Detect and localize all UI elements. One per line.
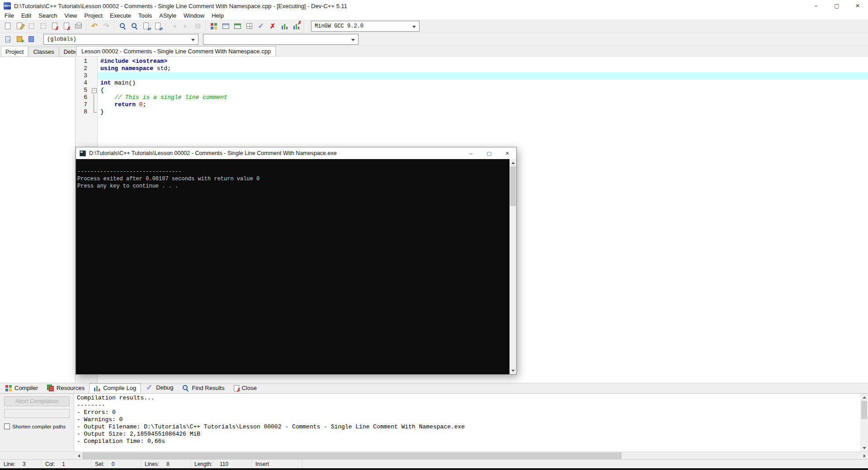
bottom-tab-compiler[interactable]: Compiler — [1, 383, 42, 393]
clean-button[interactable] — [267, 20, 278, 32]
console-scrollbar[interactable] — [509, 159, 516, 374]
line-number: 2 — [75, 65, 91, 72]
print-icon — [75, 24, 82, 28]
replace-button[interactable] — [140, 20, 152, 32]
toolbar-separator — [304, 21, 305, 31]
profile-button[interactable] — [278, 20, 290, 32]
console-title-bar[interactable]: D:\Tutorials\C++ Tutorials\Lesson 00002 … — [76, 147, 516, 159]
syntax-check-button[interactable] — [255, 20, 267, 32]
shorten-paths-row: Shorten compiler paths — [4, 423, 70, 429]
window-minimize-button[interactable]: – — [806, 0, 826, 12]
bottom-tabs: CompilerResourcesCompile LogDebugFind Re… — [0, 383, 868, 393]
bottom-tab-label: Compiler — [14, 385, 38, 391]
run-button[interactable] — [220, 20, 231, 32]
log-vertical-scrollbar[interactable] — [860, 394, 868, 451]
find-button[interactable] — [117, 20, 128, 32]
code-token: { — [100, 87, 104, 94]
profile-icon — [281, 23, 288, 29]
close-file-icon — [52, 23, 57, 29]
menu-project[interactable]: Project — [81, 12, 106, 19]
sidebar: ProjectClassesDebug — [0, 46, 75, 383]
insert-button[interactable] — [2, 33, 14, 45]
close-file-button[interactable] — [49, 20, 61, 32]
bottom-tab-resources[interactable]: Resources — [42, 383, 89, 393]
toggle-bookmark-button[interactable] — [14, 33, 25, 45]
code-line: 2using namespace std; — [75, 65, 868, 72]
menu-view[interactable]: View — [61, 12, 81, 19]
sidebar-tab-classes[interactable]: Classes — [28, 47, 58, 56]
scroll-up-icon[interactable] — [860, 394, 868, 400]
menu-edit[interactable]: Edit — [18, 12, 35, 19]
menu-astyle[interactable]: AStyle — [156, 12, 180, 19]
scroll-left-icon[interactable] — [75, 452, 82, 460]
scroll-up-icon[interactable] — [509, 159, 516, 166]
globals-select[interactable]: (globals) — [43, 34, 198, 45]
bottom-tab-debug[interactable]: Debug — [141, 382, 178, 393]
editor-tab[interactable]: Lesson 00002 - Comments - Single Line Co… — [76, 46, 276, 56]
menu-help[interactable]: Help — [208, 12, 227, 19]
fold-marker[interactable] — [91, 87, 98, 94]
compiler-select[interactable]: MinGW GCC 9.2.0 — [311, 21, 420, 32]
replace-all-button[interactable] — [152, 20, 164, 32]
print-button[interactable] — [72, 20, 84, 32]
title-bar[interactable]: D:\Tutorials\C++ Tutorials\Lesson 00002 … — [0, 0, 868, 12]
find-in-files-button[interactable] — [128, 20, 140, 32]
compile-icon — [211, 23, 217, 29]
forward-icon — [182, 22, 190, 30]
open-file-button[interactable] — [14, 20, 25, 32]
scrollbar-thumb[interactable] — [510, 166, 516, 206]
code-token: 0 — [139, 101, 143, 108]
console-output[interactable]: --------------------------------Process … — [76, 159, 509, 374]
log-horizontal-scrollbar[interactable] — [75, 452, 868, 459]
members-select[interactable] — [203, 34, 359, 45]
bottom-tab-compile-log[interactable]: Compile Log — [89, 383, 141, 393]
bottom-tab-close[interactable]: Close — [229, 383, 261, 393]
compiler-select-value: MinGW GCC 9.2.0 — [315, 23, 363, 29]
console-close-button[interactable]: ✕ — [498, 147, 516, 159]
compile-button[interactable] — [208, 20, 220, 32]
goto-bookmark-button[interactable] — [25, 33, 37, 45]
project-browser[interactable] — [0, 56, 75, 383]
code-line: 1#include <iostream> — [75, 58, 868, 65]
window-title: D:\Tutorials\C++ Tutorials\Lesson 00002 … — [14, 3, 347, 9]
new-file-button[interactable] — [2, 20, 14, 32]
menu-tools[interactable]: Tools — [135, 12, 156, 19]
fold-marker — [91, 108, 98, 116]
scroll-down-icon[interactable] — [509, 367, 516, 374]
bottom-tab-label: Close — [242, 385, 257, 391]
compile-log[interactable]: Compilation results...--------- Errors: … — [74, 394, 860, 451]
scroll-down-icon[interactable] — [860, 445, 868, 451]
window-maximize-button[interactable]: ▢ — [826, 0, 847, 12]
close-all-button[interactable] — [61, 20, 72, 32]
window-close-button[interactable]: ✕ — [847, 0, 868, 12]
log-line: - Warnings: 0 — [77, 416, 860, 423]
menu-search[interactable]: Search — [35, 12, 61, 19]
console-minimize-button[interactable]: – — [462, 147, 480, 159]
scrollbar-thumb[interactable] — [82, 452, 622, 459]
rebuild-all-button[interactable] — [243, 20, 255, 32]
status-length: Length:110 — [191, 460, 252, 468]
save-icon — [28, 23, 34, 29]
line-number: 3 — [75, 72, 91, 80]
status-col: Col:1 — [42, 460, 91, 468]
line-number: 7 — [75, 101, 91, 108]
scroll-right-icon[interactable] — [861, 452, 868, 460]
bottom-tab-find-results[interactable]: Find Results — [178, 383, 229, 393]
rebuild-all-icon — [246, 23, 252, 29]
status-sel: Sel:0 — [91, 460, 141, 468]
fold-marker — [91, 94, 98, 101]
shorten-paths-checkbox[interactable] — [4, 423, 10, 429]
status-label: Line: — [4, 461, 15, 467]
menu-execute[interactable]: Execute — [106, 12, 135, 19]
scrollbar-thumb[interactable] — [861, 401, 867, 419]
console-maximize-button[interactable]: ▢ — [480, 147, 498, 159]
status-label: Col: — [45, 461, 55, 467]
fold-marker — [91, 101, 98, 108]
compile-and-run-button[interactable] — [231, 20, 243, 32]
menu-window[interactable]: Window — [180, 12, 208, 19]
undo-button[interactable] — [89, 20, 100, 32]
delete-profiling-button[interactable] — [290, 20, 302, 32]
menu-file[interactable]: File — [1, 12, 18, 19]
sidebar-tab-project[interactable]: Project — [1, 46, 28, 56]
status-label: Sel: — [95, 461, 104, 467]
